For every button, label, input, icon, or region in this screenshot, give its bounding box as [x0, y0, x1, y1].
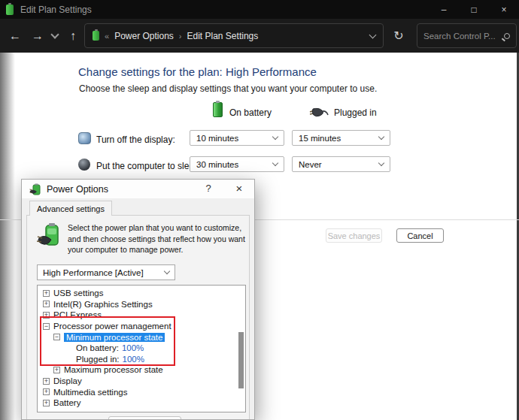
tree-item-minimum-processor-state[interactable]: −Minimum processor state	[38, 331, 245, 343]
dialog-title: Power Options	[47, 184, 108, 195]
collapse-icon[interactable]: −	[53, 334, 60, 340]
app-battery-icon	[6, 5, 14, 15]
breadcrumb-separator: ›	[179, 32, 182, 41]
maximize-button[interactable]: □	[459, 0, 489, 19]
expand-icon[interactable]: +	[43, 400, 50, 406]
page-subtitle: Choose the sleep and display settings th…	[79, 83, 377, 94]
tree-item-label: Battery	[53, 398, 80, 407]
tree-item-multimedia-settings[interactable]: +Multimedia settings	[38, 386, 245, 397]
power-plan-icon	[37, 222, 62, 249]
minimize-button[interactable]: –	[429, 0, 459, 19]
collapse-icon[interactable]: −	[43, 323, 50, 330]
display-plugged-in-value: 15 minutes	[299, 134, 341, 143]
display-icon	[78, 132, 91, 144]
on-battery-column-header: On battery	[229, 107, 272, 118]
address-dropdown-icon[interactable]	[369, 31, 377, 38]
display-plugged-in-select[interactable]: 15 minutes	[292, 130, 390, 146]
cancel-button[interactable]: Cancel	[396, 228, 444, 243]
expand-icon[interactable]: +	[43, 388, 50, 395]
location-battery-icon	[93, 31, 99, 41]
address-bar[interactable]: « Power Options › Edit Plan Settings	[84, 23, 384, 48]
tab-advanced-settings[interactable]: Advanced settings	[29, 201, 112, 216]
plan-select-value: High Performance [Active]	[43, 268, 144, 277]
chevron-down-icon	[378, 160, 384, 166]
breadcrumb-edit-plan-settings[interactable]: Edit Plan Settings	[187, 31, 259, 41]
save-changes-button[interactable]: Save changes	[326, 228, 382, 243]
tree-item-battery[interactable]: +Battery	[38, 397, 245, 409]
sleep-icon	[78, 159, 90, 171]
expand-icon[interactable]: +	[43, 378, 50, 385]
tree-item-label: Maximum processor state	[64, 365, 163, 374]
search-box[interactable]	[417, 23, 517, 48]
plan-select[interactable]: High Performance [Active]	[37, 264, 175, 280]
power-options-dialog: Power Options ? × Advanced settings Sele…	[21, 179, 255, 420]
tree-item-label: USB settings	[53, 289, 103, 298]
dialog-titlebar[interactable]: Power Options ? ×	[22, 180, 254, 198]
tree-item-usb[interactable]: +USB settings	[38, 288, 245, 299]
expand-icon[interactable]: +	[43, 301, 50, 307]
sleep-label: Put the computer to sleep:	[96, 161, 202, 171]
breadcrumb-overflow[interactable]: «	[105, 32, 109, 41]
edit-plan-settings-window: Edit Plan Settings – □ × ← → ↑ « Power O…	[0, 0, 519, 420]
navigation-bar: ← → ↑ « Power Options › Edit Plan Settin…	[0, 19, 519, 53]
close-button[interactable]: ×	[489, 0, 519, 19]
setting-name: On battery:	[76, 343, 119, 352]
up-icon[interactable]: ↑	[63, 19, 83, 53]
chevron-down-icon	[164, 268, 170, 274]
dialog-description: Select the power plan that you want to c…	[68, 222, 255, 255]
chevron-down-icon	[272, 160, 278, 166]
page-title: Change settings for the plan: High Perfo…	[78, 65, 317, 78]
setting-value-link[interactable]: 100%	[122, 343, 144, 352]
tree-item-processor-power-management[interactable]: −Processor power management	[38, 321, 245, 332]
tree-item-display[interactable]: +Display	[38, 376, 245, 387]
tree-item-maximum-processor-state[interactable]: +Maximum processor state	[38, 364, 245, 376]
on-battery-icon	[213, 102, 223, 117]
history-chevron-icon[interactable]	[47, 19, 63, 53]
chevron-down-icon	[378, 134, 384, 140]
sleep-on-battery-value: 30 minutes	[196, 160, 238, 169]
setting-value-link[interactable]: 100%	[123, 355, 144, 364]
expand-icon[interactable]: +	[53, 367, 60, 373]
sleep-plugged-in-value: Never	[299, 160, 322, 169]
power-options-icon	[29, 183, 42, 195]
tree-item-label-selected: Minimum processor state	[64, 333, 165, 342]
sleep-plugged-in-select[interactable]: Never	[292, 156, 390, 172]
tree-item-label: PCI Express	[53, 310, 102, 319]
sleep-on-battery-select[interactable]: 30 minutes	[190, 156, 284, 172]
plugged-in-icon	[308, 106, 329, 118]
expand-icon[interactable]: +	[43, 290, 50, 297]
cut-off-button[interactable]	[108, 416, 181, 420]
search-input[interactable]	[423, 32, 504, 41]
tree-item-label: Intel(R) Graphics Settings	[53, 300, 153, 309]
tree-item-label: Display	[53, 376, 82, 385]
tree-item-plugged-in[interactable]: Plugged in:100%	[38, 354, 245, 365]
tree-item-pci-express[interactable]: +PCI Express	[38, 310, 245, 321]
expand-icon[interactable]: +	[43, 312, 50, 319]
plugged-in-column-header: Plugged in	[334, 107, 377, 118]
refresh-icon[interactable]: ↻	[388, 23, 409, 48]
turn-off-display-label: Turn off the display:	[96, 134, 175, 145]
forward-icon[interactable]: →	[27, 19, 48, 53]
display-on-battery-select[interactable]: 10 minutes	[190, 130, 284, 146]
chevron-down-icon	[272, 134, 278, 140]
back-icon[interactable]: ←	[5, 19, 26, 53]
dialog-close-button[interactable]: ×	[232, 182, 247, 197]
tree-scrollbar-thumb[interactable]	[238, 332, 244, 388]
tree-item-label: Processor power management	[53, 322, 171, 331]
setting-name: Plugged in:	[76, 355, 120, 364]
window-title: Edit Plan Settings	[20, 5, 92, 15]
left-edge-shadow	[0, 53, 15, 420]
tree-item-on-battery[interactable]: On battery:100%	[38, 343, 245, 354]
settings-tree: +USB settings +Intel(R) Graphics Setting…	[37, 285, 246, 412]
breadcrumb-power-options[interactable]: Power Options	[114, 31, 174, 41]
tree-item-label: Multimedia settings	[53, 388, 127, 397]
tree-item-intel-graphics[interactable]: +Intel(R) Graphics Settings	[38, 299, 245, 310]
window-titlebar: Edit Plan Settings – □ ×	[0, 0, 519, 19]
search-icon[interactable]	[504, 33, 510, 39]
display-on-battery-value: 10 minutes	[196, 134, 238, 143]
help-button[interactable]: ?	[202, 183, 215, 196]
